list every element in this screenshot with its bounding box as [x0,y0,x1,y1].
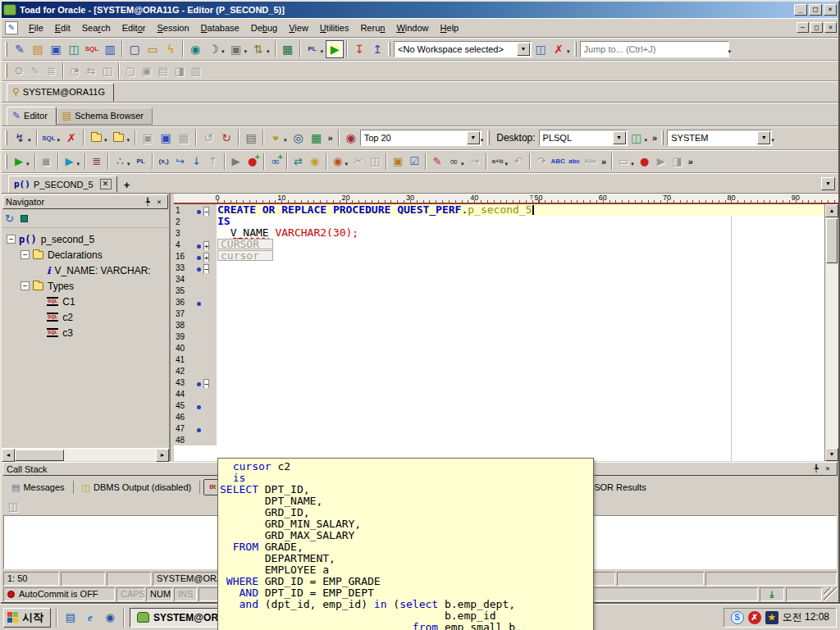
print-icon[interactable]: ▤ [242,129,260,147]
code-line-4[interactable]: 4+CURSOR [174,239,838,250]
execution-point-icon[interactable] [197,382,201,386]
toolbar-grip[interactable] [5,42,7,57]
browse-watches-icon[interactable]: ⇄ [290,153,307,170]
code-line-2[interactable]: 2IS [174,216,838,227]
menu-window[interactable]: Window [390,21,434,35]
internet-explorer-icon[interactable]: e [82,609,98,626]
code-line-34[interactable]: 34 [174,273,838,285]
code-line-36[interactable]: 36 [174,296,838,308]
tab-dbms-output-disabled[interactable]: ◫DBMS Output (disabled) [77,480,197,495]
maximize-button[interactable]: □ [809,4,822,16]
refresh-icon[interactable]: ↻ [217,129,235,147]
workspace-save-icon[interactable]: ◫ [532,40,550,58]
execution-point-icon[interactable] [197,405,201,409]
tab-schema-browser[interactable]: ▤ Schema Browser [57,107,153,125]
desktop-combo[interactable]: PLSQL ▼ [539,130,628,146]
debug-chevron-icon[interactable]: » [601,157,606,167]
uppercase-icon[interactable]: ABC [550,153,566,170]
fold-collapse-icon[interactable]: − [203,379,209,389]
tree-item-c1[interactable]: SQLC1 [7,294,169,309]
code-line-35[interactable]: 35 [174,285,838,296]
tree-item-c3[interactable]: SQLc3 [7,325,169,340]
object-palette-icon[interactable]: ▣ [47,40,65,58]
menu-file[interactable]: File [23,21,49,35]
describe-objects-icon[interactable]: ▥ [101,40,119,58]
code-line-44[interactable]: 44 [174,388,838,399]
call-stack-close-icon[interactable]: × [822,463,833,474]
recent-files-icon[interactable] [110,129,128,147]
mdi-restore-button[interactable]: □ [810,22,823,33]
navigator-pin-icon[interactable]: ╄ [142,197,153,208]
navigator-sort-icon[interactable] [21,215,28,222]
sql-tracker-icon[interactable]: SQL [83,40,101,58]
scroll-up-icon[interactable]: ▲ [825,204,838,217]
code-line-47[interactable]: 47 [174,422,838,434]
plsql-debugger-icon[interactable]: PL [304,40,322,58]
close-button[interactable]: × [824,4,837,16]
code-line-48[interactable]: 48 [174,434,838,445]
code-snippets-icon[interactable]: ▭ [144,40,162,58]
menu-view[interactable]: View [283,21,314,35]
add-watch-icon[interactable]: ∞+ [267,153,284,170]
compile-icon[interactable]: PL [133,153,149,170]
ime-tray-icon[interactable]: S [731,611,744,624]
tree-item-declarations[interactable]: −Declarations [7,247,169,262]
scroll-left-icon[interactable]: ◄ [2,449,15,462]
scroll-down-icon[interactable]: ▼ [825,448,838,461]
object-search-icon[interactable]: ◉ [186,40,204,58]
schema-combo[interactable]: SYSTEM ▼ [667,130,772,146]
code-insight-icon[interactable]: ◎ [290,129,308,147]
tree-item-c2[interactable]: SQLc2 [7,309,169,325]
script-map-icon[interactable]: ▦ [308,129,326,147]
record-macro-icon[interactable]: ● [637,153,653,170]
tree-item-types[interactable]: −Types [7,278,169,294]
update-tray-icon[interactable]: ★ [765,611,778,624]
top-rows-combo[interactable]: Top 20 ▼ [360,130,482,146]
menu-debug[interactable]: Debug [245,21,283,35]
media-player-icon[interactable]: ◉ [102,609,118,626]
save-desktop-icon[interactable]: ◫ [628,129,646,147]
load-database-source-icon[interactable]: ↧ [350,40,368,58]
menu-edit[interactable]: Edit [49,21,76,35]
mdi-child-icon[interactable]: ✎ [5,21,18,34]
navigator-refresh-icon[interactable]: ↻ [5,212,14,225]
download-status-icon[interactable]: ⤓ [760,587,784,601]
navigator-hscrollbar[interactable]: ◄ ► [2,448,169,461]
schema-overflow-icon[interactable]: ▾ [771,137,774,144]
sql-recall-icon[interactable]: SQL [40,129,58,147]
desktop-chevron-icon[interactable]: » [652,133,657,143]
toggle-checks-icon[interactable]: ☑ [406,153,422,170]
cancel-statement-icon[interactable]: ✗ [62,129,80,147]
editor-vscrollbar[interactable]: ▲ ▼ [824,204,838,461]
schema-combo-arrow-icon[interactable]: ▼ [757,131,770,144]
mdi-close-button[interactable]: × [824,22,837,33]
replace-icon[interactable]: a+b [490,153,506,170]
execute-snippet-icon[interactable]: ◉ [342,129,360,147]
code-line-37[interactable]: 37 [174,308,838,319]
execute-plsql-icon[interactable]: ▶ [11,153,27,170]
tree-expander-icon[interactable]: − [21,281,30,290]
menu-rerun[interactable]: Rerun [354,21,390,35]
collapsed-region[interactable]: cursor [217,250,273,261]
desktop-combo-arrow-icon[interactable]: ▼ [613,131,626,144]
navigator-close-icon[interactable]: × [153,197,165,208]
code-line-33[interactable]: 33− [174,262,838,273]
document-tab[interactable]: p() P_SECOND_5 ✕ [8,176,117,193]
code-line-43[interactable]: 43− [174,377,838,388]
run-to-cursor-icon[interactable]: ▶ [228,153,244,170]
minimize-button[interactable]: _ [794,4,807,16]
fold-collapse-icon[interactable]: − [203,264,209,274]
menu-database[interactable]: Database [195,21,245,35]
execution-point-icon[interactable] [197,244,201,249]
scroll-right-icon[interactable]: ► [156,449,169,462]
toolbar-overflow-icon[interactable]: ▾ [728,48,732,55]
tree-expander-icon[interactable]: − [7,235,16,244]
code-line-45[interactable]: 45 [174,399,838,411]
code-line-46[interactable]: 46 [174,411,838,422]
menu-editor[interactable]: Editor [116,21,152,35]
lowercase-icon[interactable]: abc [566,153,582,170]
start-button[interactable]: 시작 [3,608,51,628]
schema-browser-icon[interactable]: ▤ [29,40,47,58]
top-rows-combo-arrow-icon[interactable]: ▼ [467,131,480,144]
menu-help[interactable]: Help [435,21,465,35]
